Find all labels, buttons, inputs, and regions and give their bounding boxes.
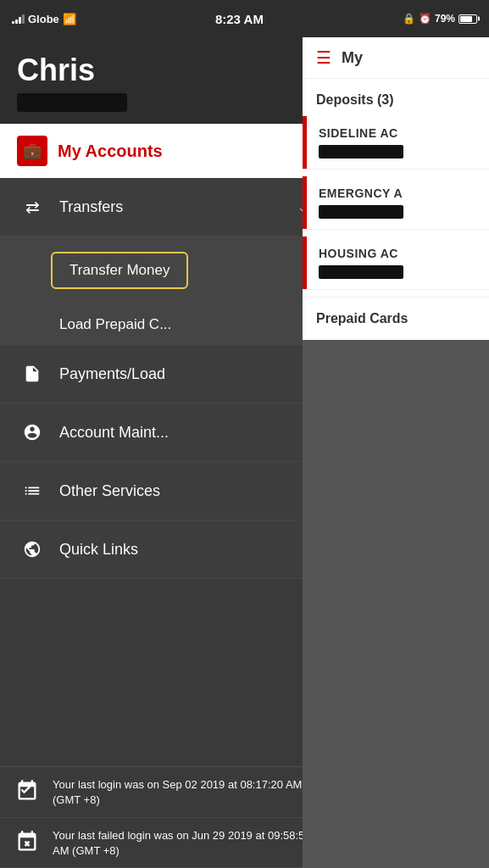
right-bottom-area	[303, 340, 489, 868]
account-name: SIDELINE AC	[319, 126, 477, 140]
account-name: HOUSING AC	[319, 247, 477, 260]
payments-icon	[17, 359, 47, 389]
payments-load-label: Payments/Load	[59, 365, 165, 383]
user-info-redacted	[17, 93, 127, 112]
user-name: Chris	[17, 53, 309, 88]
account-name: EMERGNCY A	[319, 186, 477, 200]
account-content: HOUSING AC	[307, 236, 489, 289]
account-maint-menu-item[interactable]: Account Maint...	[0, 403, 326, 462]
quick-links-menu-item[interactable]: Quick Links	[0, 520, 326, 579]
login-info-section: Your last login was on Sep 02 2019 at 08…	[0, 766, 326, 868]
prepaid-cards-section[interactable]: Prepaid Cards	[303, 297, 489, 340]
account-maint-label: Account Maint...	[59, 424, 169, 442]
last-failed-login-text: Your last failed login was on Jun 29 201…	[53, 826, 314, 859]
account-content: EMERGNCY A	[307, 176, 489, 229]
transfers-icon: ⇄	[17, 192, 47, 222]
quick-links-label: Quick Links	[59, 541, 138, 559]
payments-load-menu-item[interactable]: Payments/Load ›	[0, 345, 326, 403]
transfers-submenu: Transfer Money Load Prepaid C...	[0, 236, 326, 345]
prepaid-cards-label: Prepaid Cards	[316, 311, 408, 326]
time-label: 8:23 AM	[215, 12, 264, 26]
my-accounts-label: My Accounts	[58, 142, 163, 161]
status-left: Globe 📶	[12, 13, 76, 25]
alarm-icon: ⏰	[419, 13, 431, 25]
account-number-redacted	[319, 145, 403, 159]
account-card-housing[interactable]: HOUSING AC	[303, 236, 489, 290]
right-header-text: My	[342, 49, 363, 67]
lock-icon: 🔒	[403, 13, 415, 25]
globe-icon	[17, 534, 47, 565]
battery-label: 79%	[435, 13, 455, 25]
deposits-section-label: Deposits (3)	[303, 79, 489, 116]
user-header: Chris	[0, 37, 326, 124]
other-services-label: Other Services	[59, 482, 160, 500]
load-prepaid-menu-item[interactable]: Load Prepaid C...	[0, 304, 326, 345]
account-number-redacted	[319, 205, 403, 219]
carrier-label: Globe	[28, 13, 59, 25]
last-login-text: Your last login was on Sep 02 2019 at 08…	[53, 776, 314, 808]
left-panel: Chris 💼 My Accounts ⇄ Transfers ⌄ Transf…	[0, 37, 326, 868]
hamburger-icon[interactable]: ☰	[316, 47, 331, 68]
last-failed-login-item: Your last failed login was on Jun 29 201…	[0, 818, 326, 868]
status-right: 🔒 ⏰ 79%	[403, 13, 477, 25]
signal-icon	[12, 14, 25, 24]
briefcase-icon: 💼	[17, 136, 47, 166]
status-bar: Globe 📶 8:23 AM 🔒 ⏰ 79%	[0, 0, 489, 37]
account-content: SIDELINE AC	[307, 116, 489, 169]
account-card-sideline[interactable]: SIDELINE AC	[303, 116, 489, 170]
calendar-check-icon	[12, 776, 42, 806]
account-card-emergency[interactable]: EMERGNCY A	[303, 176, 489, 230]
list-icon	[17, 476, 47, 506]
other-services-menu-item[interactable]: Other Services	[0, 462, 326, 520]
transfer-money-wrapper: Transfer Money	[0, 236, 326, 304]
calendar-x-icon	[12, 826, 42, 857]
account-number-redacted	[319, 265, 403, 279]
my-accounts-item[interactable]: 💼 My Accounts	[0, 124, 326, 178]
account-icon	[17, 417, 47, 448]
transfers-label: Transfers	[59, 198, 123, 216]
transfers-menu-item[interactable]: ⇄ Transfers ⌄	[0, 178, 326, 236]
right-panel: ☰ My Deposits (3) SIDELINE AC EMERGNCY A…	[303, 37, 489, 868]
battery-icon	[458, 14, 477, 24]
transfer-money-button[interactable]: Transfer Money	[51, 252, 188, 289]
wifi-icon: 📶	[63, 13, 76, 25]
last-login-item: Your last login was on Sep 02 2019 at 08…	[0, 767, 326, 817]
right-panel-header: ☰ My	[303, 37, 489, 79]
